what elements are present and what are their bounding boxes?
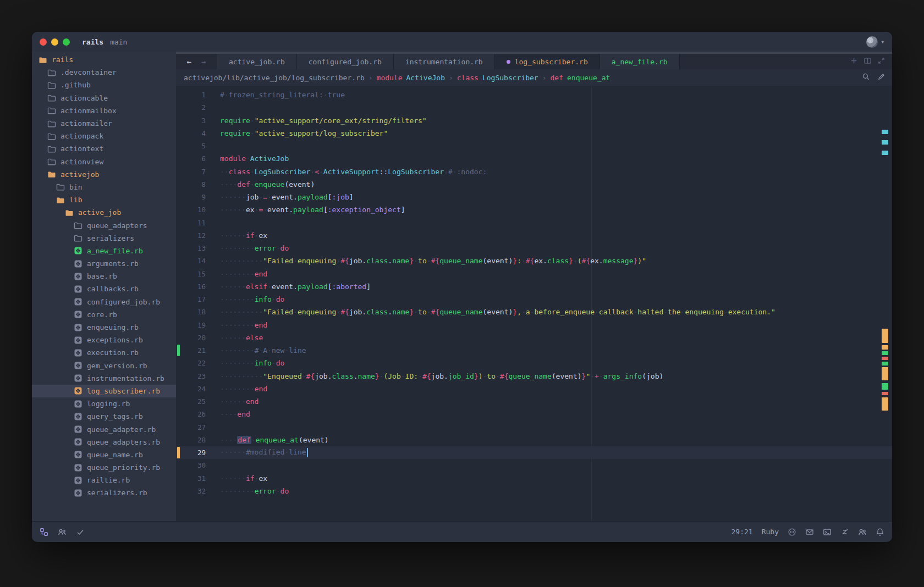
tab-configured_job-rb[interactable]: configured_job.rb [297, 54, 394, 69]
code-line-7[interactable]: 7··class·LogSubscriber·<·ActiveSupport::… [176, 165, 892, 178]
tree-item-base-rb[interactable]: base.rb [32, 270, 176, 283]
code-line-27[interactable]: 27 [176, 421, 892, 434]
terminal-icon[interactable] [823, 528, 832, 536]
code-line-10[interactable]: 10······ex·=·event.payload[:exception_ob… [176, 203, 892, 216]
collaborators-icon[interactable] [58, 528, 67, 536]
tree-item-enqueuing-rb[interactable]: enqueuing.rb [32, 321, 176, 334]
code-line-23[interactable]: 23··········"Enqueued·#{job.class.name}·… [176, 370, 892, 383]
tab-a_new_file-rb[interactable]: a_new_file.rb [600, 54, 680, 69]
tree-item-serializers-rb[interactable]: serializers.rb [32, 486, 176, 499]
tree-item-lib[interactable]: lib [32, 193, 176, 206]
code-line-18[interactable]: 18··········"Failed·enqueuing·#{job.clas… [176, 306, 892, 318]
code-line-17[interactable]: 17········info·do [176, 293, 892, 306]
tree-item-railtie-rb[interactable]: railtie.rb [32, 474, 176, 486]
code-line-20[interactable]: 20······else [176, 331, 892, 344]
tree-item-query_tags-rb[interactable]: query_tags.rb [32, 410, 176, 423]
tree-item-exceptions-rb[interactable]: exceptions.rb [32, 334, 176, 346]
split-pane-icon[interactable] [864, 57, 872, 67]
navigate-forward-button[interactable]: → [201, 57, 206, 66]
code-line-24[interactable]: 24········end [176, 383, 892, 395]
code-line-31[interactable]: 31······if·ex [176, 472, 892, 485]
contacts-icon[interactable] [858, 528, 867, 536]
code-line-13[interactable]: 13········error·do [176, 242, 892, 254]
tree-item-queue_adapters[interactable]: queue_adapters [32, 219, 176, 231]
language-selector[interactable]: Ruby [762, 528, 779, 536]
inline-assist-icon[interactable] [877, 73, 886, 82]
git-branch[interactable]: main [110, 38, 127, 46]
tree-item-actioncable[interactable]: actioncable [32, 92, 176, 104]
tree-item-queue_adapter-rb[interactable]: queue_adapter.rb [32, 423, 176, 435]
tree-item-actionmailbox[interactable]: actionmailbox [32, 104, 176, 117]
code-line-28[interactable]: 28····def·enqueue_at(event) [176, 434, 892, 446]
tree-item-execution-rb[interactable]: execution.rb [32, 346, 176, 359]
code-line-5[interactable]: 5 [176, 140, 892, 152]
code-line-2[interactable]: 2 [176, 101, 892, 114]
line-number: 3 [176, 117, 206, 125]
tree-item-arguments-rb[interactable]: arguments.rb [32, 257, 176, 270]
code-line-6[interactable]: 6module·ActiveJob [176, 152, 892, 165]
code-line-16[interactable]: 16······elsif·event.payload[:aborted] [176, 280, 892, 293]
tree-item-rails[interactable]: rails [32, 53, 176, 66]
code-line-12[interactable]: 12······if·ex [176, 229, 892, 242]
tree-item-logging-rb[interactable]: logging.rb [32, 397, 176, 410]
code-line-22[interactable]: 22········info·do [176, 357, 892, 369]
code-line-19[interactable]: 19········end [176, 319, 892, 331]
tree-item-active_job[interactable]: active_job [32, 206, 176, 219]
user-menu[interactable]: ▾ [866, 32, 884, 52]
tree-item-queue_adapters-rb[interactable]: queue_adapters.rb [32, 436, 176, 448]
plus-icon[interactable] [850, 57, 858, 67]
search-icon[interactable] [862, 73, 870, 82]
tree-item-log_subscriber-rb[interactable]: log_subscriber.rb [32, 385, 176, 397]
code-line-26[interactable]: 26····end [176, 408, 892, 420]
code-line-8[interactable]: 8····def·enqueue(event) [176, 178, 892, 191]
code-line-21[interactable]: 21········#·A·new·line [176, 344, 892, 357]
close-window-button[interactable] [40, 38, 47, 46]
code-line-15[interactable]: 15········end [176, 268, 892, 280]
check-icon[interactable] [76, 528, 85, 536]
project-name[interactable]: rails [82, 38, 103, 46]
tree-item--devcontainer[interactable]: .devcontainer [32, 66, 176, 79]
tab-instrumentation-rb[interactable]: instrumentation.rb [394, 54, 495, 69]
code-line-11[interactable]: 11 [176, 217, 892, 229]
mail-icon[interactable] [805, 528, 814, 536]
tree-item-actionpack[interactable]: actionpack [32, 130, 176, 142]
tree-item-callbacks-rb[interactable]: callbacks.rb [32, 283, 176, 295]
zoom-window-button[interactable] [63, 38, 70, 46]
code-line-3[interactable]: 3require·"active_support/core_ext/string… [176, 114, 892, 127]
tree-item-bin[interactable]: bin [32, 181, 176, 193]
tree-item-gem_version-rb[interactable]: gem_version.rb [32, 359, 176, 372]
tree-item-actionmailer[interactable]: actionmailer [32, 117, 176, 130]
code-line-25[interactable]: 25······end [176, 395, 892, 408]
tree-item-actiontext[interactable]: actiontext [32, 142, 176, 155]
tree-item-serializers[interactable]: serializers [32, 232, 176, 245]
code-editor[interactable]: 1#·frozen_string_literal:·true23require·… [176, 86, 892, 521]
tree-item-actionview[interactable]: actionview [32, 156, 176, 168]
project-diagram-icon[interactable] [40, 528, 48, 536]
breadcrumb[interactable]: activejob/lib/active_job/log_subscriber.… [184, 74, 610, 82]
tab-log_subscriber-rb[interactable]: log_subscriber.rb [495, 54, 600, 69]
tree-item--github[interactable]: .github [32, 79, 176, 91]
assistant-icon[interactable] [840, 528, 849, 536]
tree-item-core-rb[interactable]: core.rb [32, 308, 176, 321]
tree-item-instrumentation-rb[interactable]: instrumentation.rb [32, 372, 176, 385]
code-line-4[interactable]: 4require·"active_support/log_subscriber" [176, 127, 892, 140]
navigate-back-button[interactable]: ← [187, 57, 191, 66]
code-line-9[interactable]: 9······job·=·event.payload[:job] [176, 191, 892, 203]
expand-icon[interactable] [877, 57, 886, 67]
cursor-position[interactable]: 29:21 [732, 528, 753, 536]
code-line-1[interactable]: 1#·frozen_string_literal:·true [176, 88, 892, 101]
code-line-29[interactable]: 29······#modified·line [176, 446, 892, 459]
code-line-30[interactable]: 30 [176, 459, 892, 472]
tree-item-activejob[interactable]: activejob [32, 168, 176, 181]
tree-item-queue_name-rb[interactable]: queue_name.rb [32, 448, 176, 461]
tree-item-configured_job-rb[interactable]: configured_job.rb [32, 296, 176, 308]
bell-icon[interactable] [876, 528, 884, 536]
window-controls [40, 38, 70, 46]
minimize-window-button[interactable] [51, 38, 58, 46]
tree-item-queue_priority-rb[interactable]: queue_priority.rb [32, 461, 176, 474]
tab-active_job-rb[interactable]: active_job.rb [217, 54, 297, 69]
code-line-14[interactable]: 14··········"Failed·enqueuing·#{job.clas… [176, 254, 892, 267]
copilot-icon[interactable] [788, 528, 796, 536]
tree-item-a_new_file-rb[interactable]: a_new_file.rb [32, 245, 176, 257]
code-line-32[interactable]: 32········error·do [176, 485, 892, 497]
